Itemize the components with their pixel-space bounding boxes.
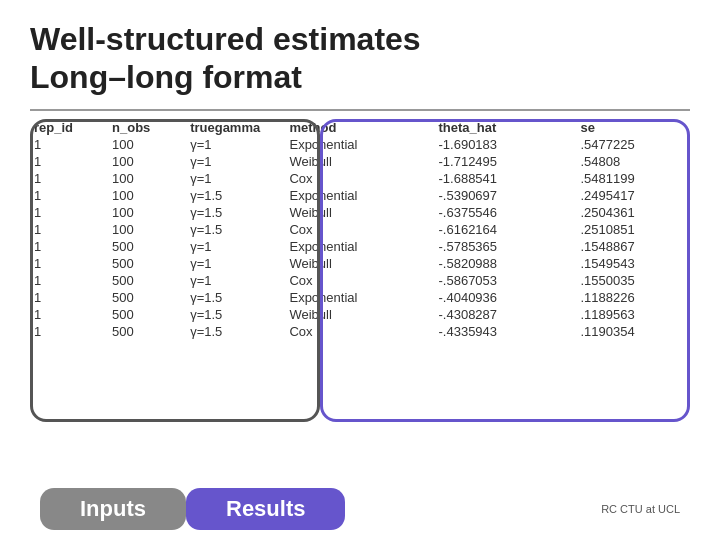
table-cell: Cox	[285, 323, 434, 340]
table-cell: Weibull	[285, 204, 434, 221]
table-row: 1500γ=1.5Weibull-.4308287.1189563	[30, 306, 690, 323]
table-cell: -.5867053	[435, 272, 577, 289]
table-cell: 500	[108, 306, 186, 323]
table-cell: .1190354	[576, 323, 690, 340]
table-cell: -.6375546	[435, 204, 577, 221]
table-cell: 1	[30, 204, 108, 221]
table-cell: Exponential	[285, 187, 434, 204]
table-cell: 1	[30, 238, 108, 255]
table-cell: Cox	[285, 221, 434, 238]
table-cell: .54808	[576, 153, 690, 170]
table-cell: -.5390697	[435, 187, 577, 204]
col-header-method: method	[285, 119, 434, 136]
table-row: 1100γ=1.5Weibull-.6375546.2504361	[30, 204, 690, 221]
table-row: 1100γ=1.5Cox-.6162164.2510851	[30, 221, 690, 238]
col-header-se: se	[576, 119, 690, 136]
table-cell: Weibull	[285, 306, 434, 323]
col-header-n_obs: n_obs	[108, 119, 186, 136]
table-section: rep_id n_obs truegamma method theta_hat …	[30, 119, 690, 482]
table-cell: γ=1.5	[186, 204, 285, 221]
table-cell: -.4308287	[435, 306, 577, 323]
table-cell: Cox	[285, 170, 434, 187]
table-cell: 1	[30, 153, 108, 170]
table-row: 1100γ=1Exponential-1.690183.5477225	[30, 136, 690, 153]
table-cell: 100	[108, 153, 186, 170]
table-cell: 500	[108, 238, 186, 255]
table-row: 1500γ=1Cox-.5867053.1550035	[30, 272, 690, 289]
table-cell: 100	[108, 221, 186, 238]
table-cell: γ=1	[186, 255, 285, 272]
table-cell: -1.690183	[435, 136, 577, 153]
title-line2: Long–long format	[30, 58, 690, 96]
table-cell: 100	[108, 187, 186, 204]
table-cell: 1	[30, 187, 108, 204]
table-cell: Exponential	[285, 289, 434, 306]
table-row: 1500γ=1.5Exponential-.4040936.1188226	[30, 289, 690, 306]
inputs-button[interactable]: Inputs	[40, 488, 186, 530]
table-row: 1500γ=1Weibull-.5820988.1549543	[30, 255, 690, 272]
table-row: 1500γ=1.5Cox-.4335943.1190354	[30, 323, 690, 340]
table-cell: -.5785365	[435, 238, 577, 255]
table-cell: 1	[30, 323, 108, 340]
table-cell: -1.688541	[435, 170, 577, 187]
page-container: Well-structured estimates Long–long form…	[0, 0, 720, 540]
watermark: RC CTU at UCL	[345, 503, 680, 515]
divider	[30, 109, 690, 111]
table-cell: 1	[30, 221, 108, 238]
table-cell: 500	[108, 272, 186, 289]
table-cell: Exponential	[285, 136, 434, 153]
table-cell: 100	[108, 136, 186, 153]
table-cell: 1	[30, 272, 108, 289]
table-cell: .1189563	[576, 306, 690, 323]
table-row: 1100γ=1Cox-1.688541.5481199	[30, 170, 690, 187]
table-cell: Weibull	[285, 153, 434, 170]
table-cell: 100	[108, 170, 186, 187]
table-cell: γ=1.5	[186, 221, 285, 238]
title-line1: Well-structured estimates	[30, 20, 690, 58]
bottom-buttons: Inputs Results RC CTU at UCL	[30, 488, 690, 530]
table-cell: γ=1	[186, 238, 285, 255]
table-cell: γ=1.5	[186, 289, 285, 306]
results-button[interactable]: Results	[186, 488, 345, 530]
table-cell: .2495417	[576, 187, 690, 204]
table-cell: 500	[108, 255, 186, 272]
table-cell: .5477225	[576, 136, 690, 153]
table-cell: γ=1.5	[186, 323, 285, 340]
table-header-row: rep_id n_obs truegamma method theta_hat …	[30, 119, 690, 136]
table-cell: γ=1.5	[186, 306, 285, 323]
table-cell: .2510851	[576, 221, 690, 238]
table-cell: 1	[30, 136, 108, 153]
table-cell: .5481199	[576, 170, 690, 187]
table-cell: -.6162164	[435, 221, 577, 238]
table-row: 1100γ=1Weibull-1.712495.54808	[30, 153, 690, 170]
table-cell: Cox	[285, 272, 434, 289]
table-cell: 1	[30, 255, 108, 272]
table-cell: .1549543	[576, 255, 690, 272]
col-header-truegamma: truegamma	[186, 119, 285, 136]
table-cell: .1188226	[576, 289, 690, 306]
table-cell: -.5820988	[435, 255, 577, 272]
table-cell: 500	[108, 323, 186, 340]
table-cell: γ=1	[186, 136, 285, 153]
table-row: 1500γ=1Exponential-.5785365.1548867	[30, 238, 690, 255]
table-cell: γ=1	[186, 153, 285, 170]
table-cell: -1.712495	[435, 153, 577, 170]
col-header-theta_hat: theta_hat	[435, 119, 577, 136]
table-cell: 500	[108, 289, 186, 306]
table-row: 1100γ=1.5Exponential-.5390697.2495417	[30, 187, 690, 204]
table-cell: 1	[30, 170, 108, 187]
title-block: Well-structured estimates Long–long form…	[30, 20, 690, 97]
col-header-rep_id: rep_id	[30, 119, 108, 136]
table-cell: .1548867	[576, 238, 690, 255]
table-cell: Weibull	[285, 255, 434, 272]
table-cell: γ=1	[186, 272, 285, 289]
table-cell: .2504361	[576, 204, 690, 221]
table-cell: .1550035	[576, 272, 690, 289]
table-cell: Exponential	[285, 238, 434, 255]
table-cell: γ=1	[186, 170, 285, 187]
table-cell: 1	[30, 306, 108, 323]
table-cell: 1	[30, 289, 108, 306]
table-cell: 100	[108, 204, 186, 221]
table-cell: -.4335943	[435, 323, 577, 340]
table-cell: γ=1.5	[186, 187, 285, 204]
